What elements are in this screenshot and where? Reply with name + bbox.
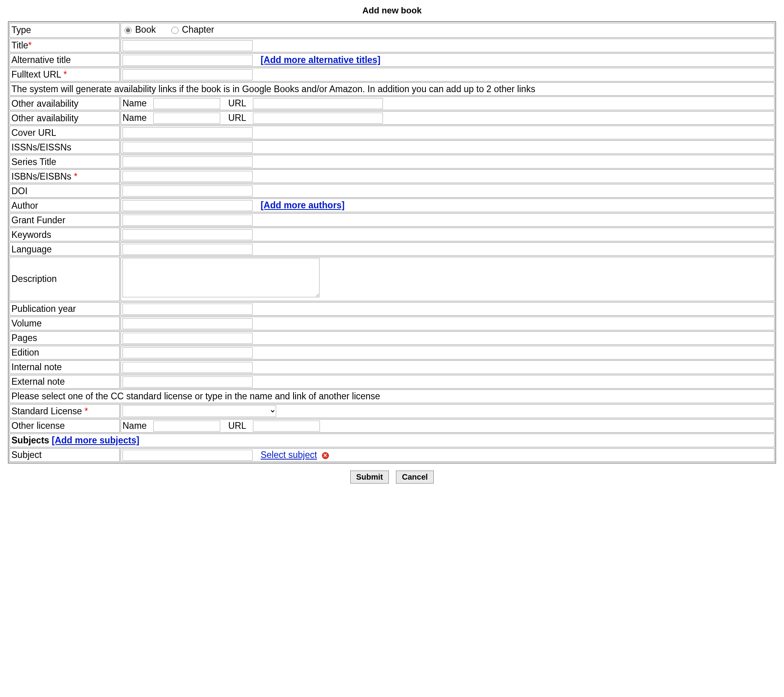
issns-input[interactable]: [123, 142, 253, 153]
button-row: Submit Cancel: [8, 471, 776, 484]
other-avail-1-name-input[interactable]: [153, 98, 220, 109]
label-type: Type: [9, 23, 120, 38]
label-standard-license: Standard License *: [9, 404, 120, 418]
cell-other-availability-1: Name URL: [121, 96, 775, 110]
label-pub-year: Publication year: [9, 302, 120, 316]
select-subject-link[interactable]: Select subject: [260, 450, 317, 460]
label-edition: Edition: [9, 346, 120, 360]
cell-keywords: [121, 228, 775, 241]
label-name: Name: [123, 113, 147, 123]
license-note: Please select one of the CC standard lic…: [9, 389, 775, 403]
cell-alt-title: [Add more alternative titles]: [121, 53, 775, 67]
pub-year-input[interactable]: [123, 304, 253, 315]
label-title: Title*: [9, 39, 120, 52]
cell-edition: [121, 346, 775, 360]
page-title: Add new book: [8, 6, 776, 16]
label-cover-url: Cover URL: [9, 126, 120, 139]
cell-external-note: [121, 375, 775, 389]
cell-standard-license: [121, 404, 775, 418]
title-input[interactable]: [123, 40, 253, 51]
add-alt-titles-link[interactable]: [Add more alternative titles]: [260, 55, 380, 65]
cell-title: [121, 39, 775, 52]
cell-description: [121, 257, 775, 301]
cover-url-input[interactable]: [123, 127, 253, 138]
type-radio-book-label: Book: [135, 24, 156, 35]
pages-input[interactable]: [123, 333, 253, 344]
cell-doi: [121, 184, 775, 198]
cell-other-license: Name URL: [121, 419, 775, 433]
label-external-note: External note: [9, 375, 120, 389]
fulltext-url-input[interactable]: [123, 69, 253, 80]
label-isbns: ISBNs/EISBNs *: [9, 169, 120, 183]
label-pages: Pages: [9, 331, 120, 345]
grant-funder-input[interactable]: [123, 215, 253, 226]
cell-pages: [121, 331, 775, 345]
other-avail-2-url-input[interactable]: [253, 113, 383, 124]
internal-note-input[interactable]: [123, 362, 253, 373]
label-language: Language: [9, 242, 120, 256]
type-radio-chapter-wrap[interactable]: Chapter: [169, 24, 214, 35]
other-license-url-input[interactable]: [253, 421, 320, 432]
label-subject: Subject: [9, 448, 120, 462]
keywords-input[interactable]: [123, 229, 253, 240]
required-asterisk: *: [84, 406, 88, 416]
cancel-button[interactable]: Cancel: [396, 471, 434, 484]
label-internal-note: Internal note: [9, 360, 120, 374]
label-series-title: Series Title: [9, 155, 120, 169]
other-license-name-input[interactable]: [153, 421, 220, 432]
subjects-label: Subjects: [11, 435, 49, 445]
required-asterisk: *: [28, 40, 32, 50]
standard-license-select[interactable]: [123, 405, 276, 417]
label-url: URL: [228, 98, 246, 108]
cell-issns: [121, 140, 775, 154]
subject-input[interactable]: [123, 450, 253, 461]
required-asterisk: *: [74, 171, 78, 182]
delete-subject-icon[interactable]: ✕: [322, 452, 329, 459]
volume-input[interactable]: [123, 318, 253, 329]
cell-pub-year: [121, 302, 775, 316]
label-url: URL: [228, 113, 246, 123]
external-note-input[interactable]: [123, 376, 253, 387]
edition-input[interactable]: [123, 347, 253, 358]
label-standard-license-text: Standard License: [11, 406, 82, 416]
type-radio-book[interactable]: [124, 27, 132, 34]
other-avail-2-name-input[interactable]: [153, 113, 220, 124]
alt-title-input[interactable]: [123, 55, 253, 66]
cell-fulltext-url: [121, 68, 775, 82]
cell-cover-url: [121, 126, 775, 139]
label-author: Author: [9, 198, 120, 212]
series-title-input[interactable]: [123, 156, 253, 167]
subjects-header: Subjects [Add more subjects]: [9, 434, 775, 447]
label-title-text: Title: [11, 40, 28, 50]
cell-author: [Add more authors]: [121, 198, 775, 212]
doi-input[interactable]: [123, 185, 253, 196]
type-radio-chapter[interactable]: [171, 27, 178, 34]
submit-button[interactable]: Submit: [350, 471, 389, 484]
cell-series-title: [121, 155, 775, 169]
add-authors-link[interactable]: [Add more authors]: [260, 200, 344, 210]
language-input[interactable]: [123, 244, 253, 255]
type-radio-book-wrap[interactable]: Book: [123, 24, 156, 35]
label-isbns-text: ISBNs/EISBNs: [11, 171, 71, 182]
label-volume: Volume: [9, 317, 120, 330]
label-description: Description: [9, 257, 120, 301]
isbns-input[interactable]: [123, 171, 253, 182]
description-textarea[interactable]: [123, 258, 320, 297]
label-name: Name: [123, 421, 147, 431]
other-avail-1-url-input[interactable]: [253, 98, 383, 109]
label-keywords: Keywords: [9, 228, 120, 241]
add-subjects-link[interactable]: [Add more subjects]: [52, 435, 139, 445]
cell-other-availability-2: Name URL: [121, 111, 775, 125]
cell-isbns: [121, 169, 775, 183]
add-book-form-table: Type Book Chapter Title* Alternative tit…: [8, 21, 776, 463]
cell-subject: Select subject ✕: [121, 448, 775, 462]
author-input[interactable]: [123, 200, 253, 211]
label-url: URL: [228, 421, 246, 431]
required-asterisk: *: [63, 69, 67, 80]
cell-volume: [121, 317, 775, 330]
availability-note: The system will generate availability li…: [9, 82, 775, 96]
cell-language: [121, 242, 775, 256]
label-fulltext-url-text: Fulltext URL: [11, 69, 61, 80]
label-name: Name: [123, 98, 147, 108]
label-doi: DOI: [9, 184, 120, 198]
